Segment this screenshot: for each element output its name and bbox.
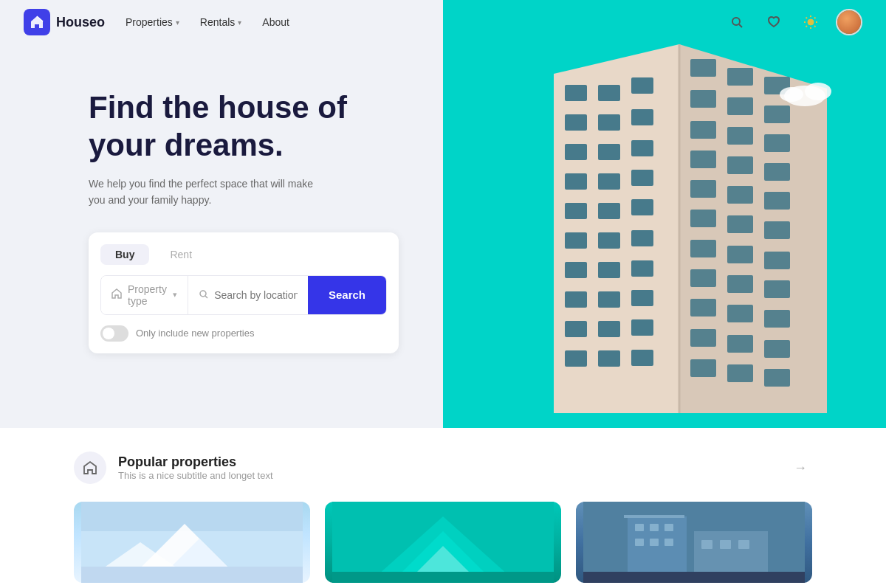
svg-rect-49: [727, 97, 753, 115]
svg-rect-103: [701, 540, 712, 549]
svg-rect-77: [764, 369, 790, 387]
svg-rect-33: [565, 262, 587, 278]
svg-rect-37: [598, 291, 620, 308]
see-all-arrow-button[interactable]: →: [789, 456, 812, 480]
svg-rect-23: [631, 140, 653, 156]
toggle-label: Only include new properties: [136, 328, 254, 339]
tab-buy[interactable]: Buy: [100, 244, 149, 265]
svg-rect-48: [690, 90, 716, 108]
svg-rect-38: [631, 290, 653, 306]
svg-rect-61: [727, 215, 753, 233]
svg-rect-102: [664, 539, 673, 546]
svg-rect-43: [598, 350, 620, 367]
svg-rect-25: [598, 173, 620, 190]
logo-icon: [24, 9, 50, 35]
svg-rect-54: [690, 151, 716, 168]
building-illustration: [443, 0, 886, 428]
svg-rect-92: [332, 572, 554, 583]
svg-rect-44: [631, 350, 653, 366]
section-header: Popular properties This is a nice subtit…: [74, 452, 812, 484]
svg-rect-68: [764, 280, 790, 298]
section-title-block: Popular properties This is a nice subtit…: [118, 454, 777, 481]
property-type-dropdown[interactable]: Property type ▾: [101, 276, 188, 314]
property-card-3[interactable]: [576, 502, 812, 583]
nav-link-about[interactable]: About: [262, 16, 289, 28]
svg-rect-66: [690, 269, 716, 287]
navbar: Houseo Properties ▾ Rentals ▾ About: [0, 0, 886, 44]
svg-rect-98: [650, 524, 659, 531]
svg-rect-45: [690, 59, 716, 77]
popular-section: Popular properties This is a nice subtit…: [0, 428, 886, 588]
chevron-down-icon: ▾: [238, 18, 241, 27]
svg-rect-74: [764, 340, 790, 358]
svg-rect-63: [690, 240, 716, 257]
section-icon: [74, 452, 106, 484]
location-input-wrap: [188, 276, 308, 314]
svg-line-1: [739, 24, 742, 27]
svg-rect-60: [690, 210, 716, 227]
hero-title: Find the house of your dreams.: [89, 89, 399, 164]
hero-left: Find the house of your dreams. We help y…: [0, 0, 443, 428]
card-2-image: [325, 502, 561, 583]
nav-link-properties[interactable]: Properties ▾: [126, 16, 179, 28]
svg-rect-36: [565, 291, 587, 308]
svg-rect-52: [727, 127, 753, 145]
card-1-image: [74, 502, 310, 583]
svg-rect-97: [635, 524, 644, 531]
property-type-label: Property type: [128, 283, 167, 307]
property-cards-row: [74, 502, 812, 583]
avatar[interactable]: [836, 9, 862, 35]
svg-rect-16: [598, 85, 620, 101]
svg-rect-21: [565, 144, 587, 160]
svg-rect-41: [631, 319, 653, 336]
svg-rect-32: [631, 230, 653, 246]
svg-rect-55: [727, 156, 753, 174]
svg-rect-20: [631, 109, 653, 125]
hero-background: [443, 0, 886, 428]
chevron-down-icon: ▾: [173, 290, 177, 300]
svg-rect-28: [598, 203, 620, 219]
svg-rect-62: [764, 221, 790, 239]
svg-rect-17: [631, 77, 653, 94]
search-button[interactable]: [725, 10, 749, 34]
toggle-row: Only include new properties: [100, 325, 387, 342]
svg-rect-39: [565, 321, 587, 337]
nav-link-rentals[interactable]: Rentals ▾: [200, 16, 241, 28]
svg-rect-24: [565, 173, 587, 190]
svg-point-81: [780, 87, 803, 102]
search-row: Property type ▾ Search: [100, 275, 387, 315]
location-input[interactable]: [214, 289, 298, 301]
svg-rect-22: [598, 144, 620, 160]
theme-toggle-button[interactable]: [799, 10, 823, 34]
svg-rect-19: [598, 114, 620, 131]
svg-rect-30: [565, 232, 587, 249]
svg-rect-104: [720, 540, 731, 549]
new-properties-toggle[interactable]: [100, 325, 128, 342]
svg-point-2: [808, 19, 814, 25]
svg-rect-59: [764, 192, 790, 210]
svg-point-80: [805, 83, 831, 100]
svg-rect-71: [764, 310, 790, 328]
svg-rect-70: [727, 305, 753, 322]
svg-rect-72: [690, 329, 716, 347]
svg-point-11: [200, 291, 206, 297]
property-card-1[interactable]: [74, 502, 310, 583]
search-button[interactable]: Search: [308, 276, 386, 314]
svg-point-0: [732, 18, 740, 25]
svg-rect-76: [727, 364, 753, 382]
logo[interactable]: Houseo: [24, 9, 105, 35]
svg-rect-106: [583, 572, 805, 583]
svg-rect-50: [764, 106, 790, 123]
svg-rect-46: [727, 68, 753, 86]
svg-rect-105: [738, 540, 749, 549]
svg-rect-40: [598, 321, 620, 337]
svg-rect-42: [565, 350, 587, 367]
svg-rect-57: [690, 180, 716, 198]
hero-subtitle: We help you find the perfect space that …: [89, 176, 325, 209]
favorites-button[interactable]: [762, 10, 786, 34]
svg-line-8: [814, 26, 816, 27]
search-icon: [199, 289, 208, 301]
tab-rent[interactable]: Rent: [155, 244, 207, 265]
svg-line-12: [205, 296, 207, 298]
property-card-2[interactable]: [325, 502, 561, 583]
